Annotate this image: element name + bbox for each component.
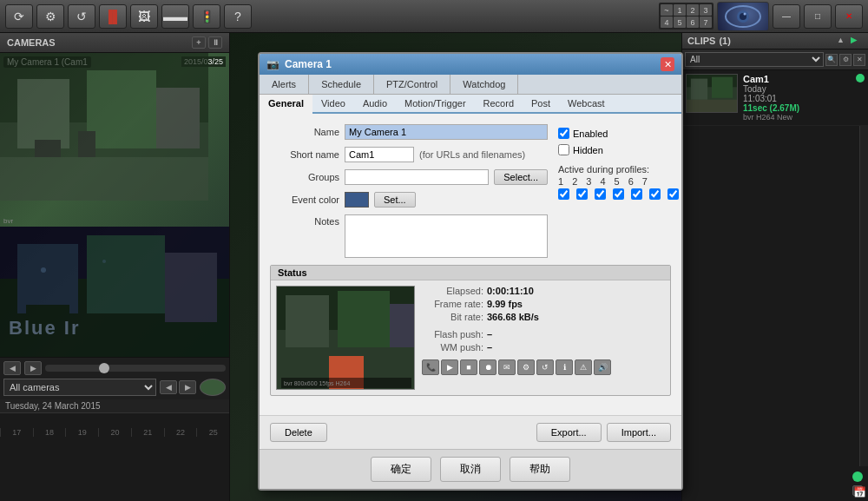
cameras-pause-btn[interactable]: ⏸ xyxy=(208,36,222,49)
camera-dropdown[interactable]: All cameras xyxy=(3,379,156,396)
profile-check-5[interactable] xyxy=(631,188,642,200)
cancel-btn[interactable]: 取消 xyxy=(440,457,501,482)
enabled-checkbox[interactable] xyxy=(558,128,569,139)
select-btn[interactable]: Select... xyxy=(494,169,548,185)
clips-filter-dropdown[interactable]: All xyxy=(685,52,824,67)
toolbar-btn-image[interactable]: 🖼 xyxy=(130,4,158,29)
clips-btn-close[interactable]: ✕ xyxy=(853,54,865,66)
shortname-hint: (for URLs and filenames) xyxy=(419,149,525,160)
timeline-date: Tuesday, 24 March 2015 xyxy=(5,401,101,411)
clip-item-1[interactable]: Cam1 Today 11:03:01 11sec (2.67M) bvr H2… xyxy=(682,70,868,126)
help-btn[interactable]: 帮助 xyxy=(510,457,570,482)
color-swatch[interactable] xyxy=(345,192,369,208)
profile-check-2[interactable] xyxy=(576,188,588,200)
num-cell-3: 3 xyxy=(700,4,712,16)
status-icon-stop[interactable]: ■ xyxy=(460,359,477,375)
hidden-checkbox-row: Hidden xyxy=(558,144,671,155)
delete-btn[interactable]: Delete xyxy=(270,423,327,442)
profile-check-4[interactable] xyxy=(613,188,624,200)
status-icon-play[interactable]: ▶ xyxy=(441,359,458,375)
tabs-row-1: Alerts Schedule PTZ/Control Watchdog xyxy=(260,75,681,95)
clips-btn-settings[interactable]: ⚙ xyxy=(839,54,852,66)
status-icon-sound[interactable]: 🔊 xyxy=(594,359,611,375)
profile-check-3[interactable] xyxy=(595,188,606,200)
name-input[interactable] xyxy=(345,124,548,140)
tab-schedule[interactable]: Schedule xyxy=(309,75,374,94)
time-mark-21: 21 xyxy=(131,428,164,437)
profile-check-6[interactable] xyxy=(649,188,661,200)
right-panel: CLIPS (1) ▲ ▶ All 🔍 ⚙ ✕ xyxy=(681,33,868,501)
nav-circle-btn[interactable] xyxy=(200,379,226,396)
clip-date-1: Today xyxy=(743,84,851,94)
bitrate-value: 366.68 kB/s xyxy=(487,312,539,322)
status-icon-warn[interactable]: ⚠ xyxy=(575,359,592,375)
tab-record[interactable]: Record xyxy=(475,95,523,112)
toolbar-btn-refresh[interactable]: ⟳ xyxy=(5,4,33,29)
time-mark-17: 17 xyxy=(0,428,33,437)
tab-ptz[interactable]: PTZ/Control xyxy=(374,75,450,94)
profile-check-7[interactable] xyxy=(667,188,679,200)
toolbar-btn-minimize[interactable]: — xyxy=(773,4,800,29)
main-area: CAMERAS + ⏸ My Camera 1 (Cam1 2015/03/25 xyxy=(0,33,868,501)
toolbar-btn-maximize[interactable]: □ xyxy=(804,4,832,29)
footer-right: Export... Import... xyxy=(536,423,671,442)
volume-slider[interactable] xyxy=(45,365,226,372)
tab-video[interactable]: Video xyxy=(312,95,354,112)
profile-check-1[interactable] xyxy=(558,188,569,200)
status-icon-refresh[interactable]: ↺ xyxy=(536,359,554,375)
import-btn[interactable]: Import... xyxy=(607,423,671,442)
status-icon-mail[interactable]: ✉ xyxy=(498,359,516,375)
time-mark-22: 22 xyxy=(164,428,197,437)
toolbar-btn-traffic[interactable]: 🚦 xyxy=(193,4,220,29)
status-icon-info[interactable]: ℹ xyxy=(556,359,573,375)
tab-webcast[interactable]: Webcast xyxy=(559,95,614,112)
profiles-label: Active during profiles: xyxy=(558,164,671,175)
export-btn[interactable]: Export... xyxy=(536,423,602,442)
right-scroll-area xyxy=(682,126,868,466)
toolbar-btn-video[interactable]: ▬▬ xyxy=(161,4,189,29)
dialog-overlay: 📷 Camera 1 ✕ Alerts Schedule PTZ/Control… xyxy=(230,33,681,501)
tab-post[interactable]: Post xyxy=(523,95,559,112)
clip-duration-1: 11sec (2.67M) xyxy=(743,103,851,113)
toolbar-btn-settings[interactable]: ⚙ xyxy=(36,4,64,29)
toolbar-btn-back[interactable]: ↺ xyxy=(68,4,95,29)
toolbar-btn-help[interactable]: ? xyxy=(224,4,252,29)
status-icon-rec[interactable]: ⏺ xyxy=(479,359,496,375)
calendar-icon[interactable]: 📅 xyxy=(852,485,863,496)
clips-btn-search[interactable]: 🔍 xyxy=(825,54,838,66)
toolbar-btn-close[interactable]: ✕ xyxy=(835,4,863,29)
nav-btn-left[interactable]: ◀ xyxy=(160,380,177,394)
tab-general[interactable]: General xyxy=(260,95,312,114)
tab-audio[interactable]: Audio xyxy=(354,95,396,112)
nav-btn-right[interactable]: ▶ xyxy=(179,380,196,394)
flashpush-value: – xyxy=(487,329,492,339)
toolbar-btn-chart[interactable]: ▐▌ xyxy=(99,4,127,29)
set-color-btn[interactable]: Set... xyxy=(374,192,416,208)
form-row-name: Name xyxy=(270,124,548,140)
tl-btn-prev[interactable]: ◀ xyxy=(3,361,21,375)
hidden-checkbox[interactable] xyxy=(558,144,569,155)
groups-input[interactable] xyxy=(345,169,489,185)
clips-controls-row: All 🔍 ⚙ ✕ xyxy=(682,49,868,70)
enabled-label: Enabled xyxy=(573,129,608,139)
clips-btn-play[interactable]: ▶ xyxy=(851,36,863,46)
tl-btn-play[interactable]: ▶ xyxy=(24,361,42,375)
notes-textarea[interactable] xyxy=(345,214,548,258)
tab-alerts[interactable]: Alerts xyxy=(260,75,309,94)
notes-label: Notes xyxy=(270,216,339,227)
status-bitrate-row: Bit rate: 366.68 kB/s xyxy=(422,312,665,322)
clips-btn-tri[interactable]: ▲ xyxy=(837,36,849,46)
ok-btn[interactable]: 确定 xyxy=(371,457,431,482)
dialog-footer: Delete Export... Import... xyxy=(260,415,681,449)
camera-feed-1-footer: bvr xyxy=(3,217,13,225)
status-icon-config[interactable]: ⚙ xyxy=(517,359,535,375)
camera-ir-text: Blue Ir xyxy=(9,317,80,339)
cameras-add-btn[interactable]: + xyxy=(192,36,206,49)
right-scrollbar[interactable] xyxy=(859,126,868,466)
clip-desc-1: bvr H264 New xyxy=(743,113,851,122)
tab-watchdog[interactable]: Watchdog xyxy=(450,75,518,94)
dialog-close-btn[interactable]: ✕ xyxy=(661,57,674,71)
tab-motion[interactable]: Motion/Trigger xyxy=(396,95,475,112)
shortname-input[interactable] xyxy=(345,147,414,162)
status-icon-phone[interactable]: 📞 xyxy=(422,359,439,375)
